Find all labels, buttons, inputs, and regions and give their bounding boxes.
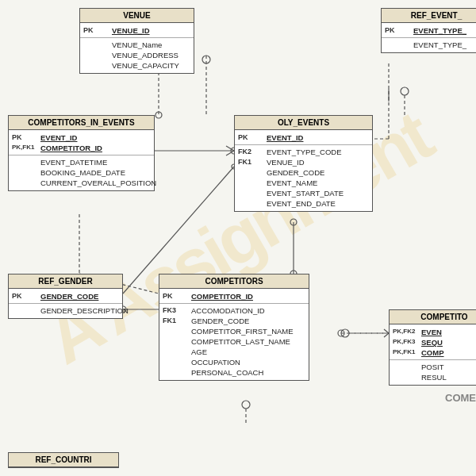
competitor-results-table: COMPETITO PK,FK2 EVEN PK,FK3 SEQU PK,FK1… [389, 309, 476, 386]
cie-field-1: EVENT_DATETIME [9, 157, 154, 167]
svg-point-34 [341, 329, 349, 337]
svg-line-32 [226, 146, 234, 151]
watermark: A Assignment [0, 0, 476, 476]
ref-event-table: REF_EVENT_ PK EVENT_TYPE_ EVENT_TYPE_ [381, 8, 476, 53]
ref-event-header: REF_EVENT_ [382, 9, 476, 23]
oly-fk1: FK1 VENUE_ID [235, 157, 372, 167]
oly-field-1: GENDER_CODE [235, 167, 372, 178]
oly-events-header: OLY_EVENTS [235, 116, 372, 130]
venue-table-header: VENUE [80, 9, 194, 23]
venue-pk-row: PK VENUE_ID [80, 25, 194, 36]
ref-gender-table: REF_GENDER PK GENDER_CODE GENDER_DESCRIP… [8, 274, 123, 319]
venue-field-3: VENUE_CAPACITY [80, 60, 194, 71]
competitors-table: COMPETITORS PK COMPETITOR_ID FK3 ACCOMOD… [159, 274, 309, 381]
ref-event-pk: PK EVENT_TYPE_ [382, 25, 476, 36]
connector-lines [0, 0, 476, 476]
comp-field-4: OCCUPATION [159, 357, 309, 367]
cie-header: COMPETITORS_IN_EVENTS [9, 116, 154, 130]
comp-res-pk2: PK,FK3 SEQU [390, 337, 476, 347]
cie-field-3: CURRENT_OVERALL_POSITION [9, 178, 154, 188]
oly-field-2: EVENT_NAME [235, 178, 372, 188]
svg-point-24 [202, 56, 210, 63]
svg-point-19 [338, 330, 344, 336]
comp-fk1: FK1 GENDER_CODE [159, 316, 309, 326]
comp-field-5: PERSONAL_COACH [159, 367, 309, 378]
oly-pk: PK EVENT_ID [235, 132, 372, 143]
ref-event-field: EVENT_TYPE_ [382, 40, 476, 50]
oly-field-3: EVENT_START_DATE [235, 188, 372, 198]
comp-res-pk1: PK,FK2 EVEN [390, 327, 476, 337]
comp-field-3: AGE [159, 347, 309, 357]
comp-res-field2: RESUL [390, 372, 476, 382]
comp-results-header: COMPETITO [390, 310, 476, 324]
partial-text: COME [445, 392, 476, 404]
comp-pk: PK COMPETITOR_ID [159, 291, 309, 301]
venue-field-2: VENUE_ADDRESS [80, 50, 194, 60]
oly-events-table: OLY_EVENTS PK EVENT_ID FK2 EVENT_TYPE_CO… [234, 115, 373, 212]
comp-field-1: COMPETITOR_FIRST_NAME [159, 326, 309, 336]
venue-table: VENUE PK VENUE_ID VENUE_Name VENUE_ADDRE… [79, 8, 194, 74]
oly-fk2: FK2 EVENT_TYPE_CODE [235, 147, 372, 157]
svg-point-26 [401, 87, 409, 95]
ref-countries-table: REF_COUNTRI [8, 452, 119, 468]
competitors-in-events-table: COMPETITORS_IN_EVENTS PK EVENT_ID PK,FK1… [8, 115, 155, 191]
comp-field-2: COMPETITOR_LAST_NAME [159, 336, 309, 347]
svg-point-30 [242, 401, 250, 409]
ref-gender-pk: PK GENDER_CODE [9, 291, 122, 301]
ref-gender-field: GENDER_DESCRIPTION [9, 305, 122, 316]
oly-field-4: EVENT_END_DATE [235, 198, 372, 209]
comp-res-field1: POSIT [390, 362, 476, 372]
ref-gender-header: REF_GENDER [9, 274, 122, 289]
svg-point-11 [290, 219, 297, 225]
comp-res-pk3: PK,FK1 COMP [390, 347, 476, 358]
svg-line-33 [226, 151, 234, 155]
venue-field-1: VENUE_Name [80, 40, 194, 50]
cie-pk2: PK,FK1 COMPETITOR_ID [9, 143, 154, 153]
comp-fk3: FK3 ACCOMODATION_ID [159, 305, 309, 316]
ref-countries-header: REF_COUNTRI [9, 453, 118, 467]
competitors-header: COMPETITORS [159, 274, 309, 289]
cie-field-2: BOOKING_MADE_DATE [9, 167, 154, 178]
cie-pk1: PK EVENT_ID [9, 132, 154, 143]
svg-point-1 [155, 112, 162, 118]
